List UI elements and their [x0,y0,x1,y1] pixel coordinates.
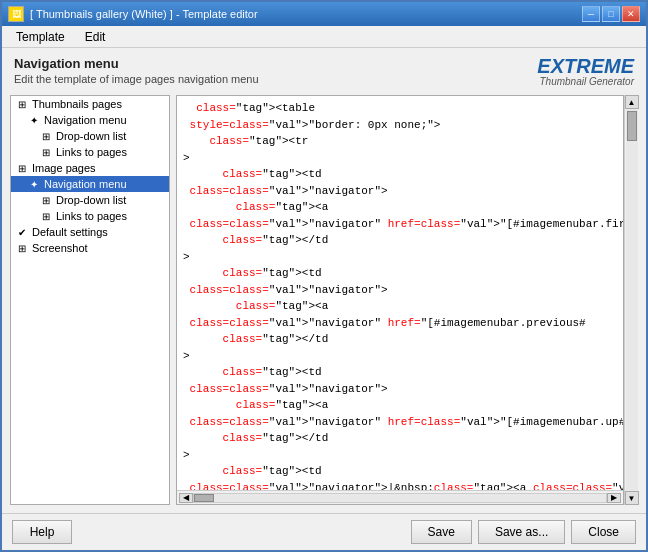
maximize-button[interactable]: □ [602,6,620,22]
tree-icon-dropdown-2: ⊞ [39,195,53,206]
header-text: Navigation menu Edit the template of ima… [14,56,259,85]
sidebar: ⊞Thumbnails pages✦Navigation menu⊞Drop-d… [10,95,170,505]
scroll-thumb-v[interactable] [627,111,637,141]
section-subtitle: Edit the template of image pages navigat… [14,73,259,85]
sidebar-item-thumbnails-pages[interactable]: ⊞Thumbnails pages [11,96,169,112]
code-editor[interactable]: class="tag"><table style=class="val">"bo… [177,96,623,490]
vertical-scrollbar[interactable]: ▲ ▼ [624,95,638,505]
save-button[interactable]: Save [411,520,472,544]
tree-icon-image-pages: ⊞ [15,163,29,174]
sidebar-label-default-settings: Default settings [32,226,108,238]
action-buttons: Save Save as... Close [411,520,636,544]
scroll-right-button[interactable]: ▶ [607,493,621,503]
sidebar-label-dropdown-2: Drop-down list [56,194,126,206]
close-button[interactable]: Close [571,520,636,544]
scroll-up-button[interactable]: ▲ [625,95,639,109]
sidebar-item-nav-menu-2[interactable]: ✦Navigation menu [11,176,169,192]
logo-extreme: EXTREME [537,56,634,76]
title-bar-controls: ─ □ ✕ [582,6,640,22]
section-title: Navigation menu [14,56,259,71]
logo-area: EXTREME Thumbnail Generator [537,56,634,87]
minimize-button[interactable]: ─ [582,6,600,22]
sidebar-item-nav-menu-1[interactable]: ✦Navigation menu [11,112,169,128]
logo-sub: Thumbnail Generator [537,76,634,87]
tree-icon-screenshot: ⊞ [15,243,29,254]
tree-icon-default-settings: ✔ [15,227,29,238]
tree-icon-dropdown-1: ⊞ [39,131,53,142]
editor-panel: class="tag"><table style=class="val">"bo… [176,95,624,505]
main-panel: ⊞Thumbnails pages✦Navigation menu⊞Drop-d… [2,95,646,513]
sidebar-label-screenshot: Screenshot [32,242,88,254]
sidebar-label-dropdown-1: Drop-down list [56,130,126,142]
tree-icon-nav-menu-2: ✦ [27,179,41,190]
close-window-button[interactable]: ✕ [622,6,640,22]
scroll-track-h[interactable] [193,493,607,503]
sidebar-item-image-pages[interactable]: ⊞Image pages [11,160,169,176]
header-section: Navigation menu Edit the template of ima… [2,48,646,95]
help-button[interactable]: Help [12,520,72,544]
sidebar-item-dropdown-1[interactable]: ⊞Drop-down list [11,128,169,144]
menu-bar: Template Edit [2,26,646,48]
sidebar-label-thumbnails-pages: Thumbnails pages [32,98,122,110]
tree-icon-nav-menu-1: ✦ [27,115,41,126]
main-window: 🖼 [ Thumbnails gallery (White) ] - Templ… [0,0,648,552]
app-icon: 🖼 [8,6,24,22]
title-bar-left: 🖼 [ Thumbnails gallery (White) ] - Templ… [8,6,258,22]
horizontal-scrollbar[interactable]: ◀ ▶ [177,490,623,504]
scroll-left-button[interactable]: ◀ [179,493,193,503]
sidebar-item-dropdown-2[interactable]: ⊞Drop-down list [11,192,169,208]
sidebar-item-links-1[interactable]: ⊞Links to pages [11,144,169,160]
sidebar-item-default-settings[interactable]: ✔Default settings [11,224,169,240]
title-bar: 🖼 [ Thumbnails gallery (White) ] - Templ… [2,2,646,26]
window-title: [ Thumbnails gallery (White) ] - Templat… [30,8,258,20]
tree-icon-thumbnails-pages: ⊞ [15,99,29,110]
tree-icon-links-1: ⊞ [39,147,53,158]
sidebar-label-links-1: Links to pages [56,146,127,158]
scroll-track-v[interactable] [626,109,638,491]
save-as-button[interactable]: Save as... [478,520,565,544]
scroll-down-button[interactable]: ▼ [625,491,639,505]
content-area: Navigation menu Edit the template of ima… [2,48,646,550]
sidebar-label-image-pages: Image pages [32,162,96,174]
tree-icon-links-2: ⊞ [39,211,53,222]
sidebar-item-screenshot[interactable]: ⊞Screenshot [11,240,169,256]
edit-menu[interactable]: Edit [79,28,112,46]
sidebar-label-nav-menu-2: Navigation menu [44,178,127,190]
sidebar-item-links-2[interactable]: ⊞Links to pages [11,208,169,224]
scroll-thumb-h[interactable] [194,494,214,502]
sidebar-label-links-2: Links to pages [56,210,127,222]
template-menu[interactable]: Template [10,28,71,46]
bottom-bar: Help Save Save as... Close [2,513,646,550]
sidebar-label-nav-menu-1: Navigation menu [44,114,127,126]
